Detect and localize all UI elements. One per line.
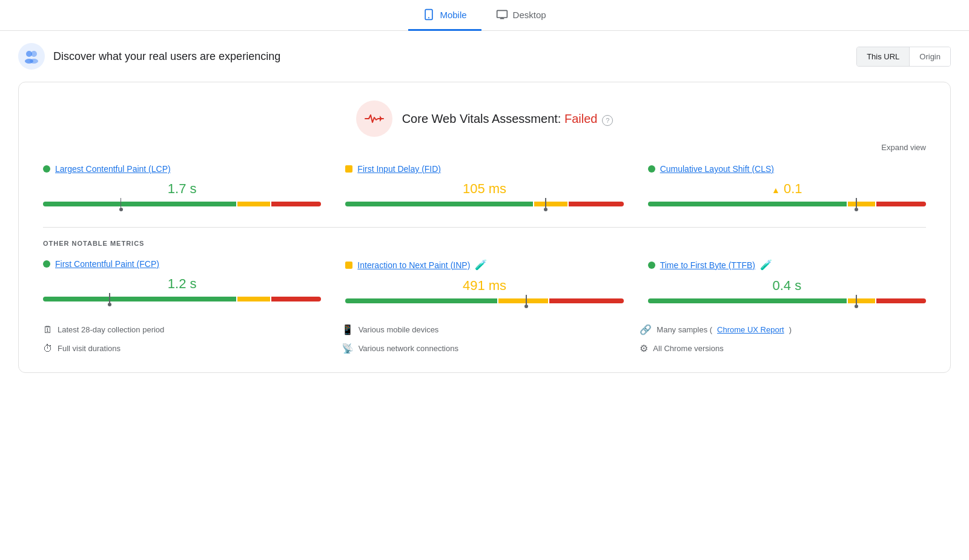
- origin-button[interactable]: Origin: [910, 47, 950, 66]
- bar-segment-inp-0: [345, 298, 497, 303]
- svg-point-7: [31, 51, 37, 57]
- footer-item-4: 📡Various network connections: [342, 343, 628, 354]
- tab-mobile-label: Mobile: [440, 10, 466, 20]
- needle-dot-cls: [855, 208, 858, 211]
- needle-fcp: [108, 293, 111, 306]
- svg-point-2: [429, 18, 430, 19]
- metric-name-fid[interactable]: First Input Delay (FID): [357, 164, 441, 174]
- progress-bar-cls: [648, 202, 926, 206]
- progress-bar-wrapper-fcp: [43, 297, 321, 301]
- cwv-status: Failed: [564, 112, 597, 125]
- needle-line-lcp: [121, 198, 122, 208]
- needle-line-fid: [545, 198, 546, 208]
- metric-fcp: First Contentful Paint (FCP)1.2 s: [43, 259, 321, 306]
- footer-item-0: 🗓Latest 28-day collection period: [43, 324, 329, 335]
- bar-segment-inp-2: [549, 298, 624, 303]
- users-icon: [23, 48, 40, 65]
- progress-bar-wrapper-ttfb: [648, 298, 926, 303]
- progress-bar-ttfb: [648, 298, 926, 303]
- bar-segment-cls-0: [648, 202, 847, 206]
- metric-name-lcp[interactable]: Largest Contentful Paint (LCP): [55, 164, 171, 174]
- expand-view[interactable]: Expand view: [43, 143, 926, 152]
- url-toggle: This URL Origin: [856, 47, 951, 67]
- cwv-icon-circle: [356, 100, 392, 137]
- bar-segment-fid-1: [534, 202, 567, 206]
- footer-item-3: ⏱Full visit durations: [43, 343, 329, 354]
- metric-dot-fcp: [43, 260, 50, 268]
- metric-name-fcp[interactable]: First Contentful Paint (FCP): [55, 259, 159, 269]
- needle-line-inp: [526, 295, 527, 305]
- bar-segment-inp-1: [498, 298, 548, 303]
- bar-segment-lcp-0: [43, 202, 236, 206]
- footer-item-2: 🔗Many samples (Chrome UX Report): [640, 324, 926, 335]
- svg-point-9: [30, 59, 38, 64]
- bar-segment-ttfb-1: [848, 298, 876, 303]
- progress-bar-wrapper-fid: [345, 202, 623, 206]
- metric-dot-lcp: [43, 165, 50, 173]
- footer-text-1: Various mobile devices: [359, 325, 439, 334]
- cwv-header: Core Web Vitals Assessment: Failed ?: [43, 100, 926, 137]
- footer-text-5: All Chrome versions: [653, 344, 723, 353]
- bar-segment-fcp-2: [271, 297, 321, 301]
- progress-bar-fcp: [43, 297, 321, 301]
- metric-name-inp[interactable]: Interaction to Next Paint (INP): [357, 260, 470, 270]
- progress-bar-wrapper-cls: [648, 202, 926, 206]
- beta-icon-ttfb: 🧪: [760, 259, 772, 271]
- cwv-title-prefix: Core Web Vitals Assessment:: [402, 112, 564, 125]
- footer-link-2[interactable]: Chrome UX Report: [717, 325, 784, 334]
- svg-marker-10: [380, 116, 382, 122]
- footer-icon-3: ⏱: [43, 343, 53, 354]
- needle-inp: [524, 295, 528, 308]
- bar-segment-fcp-1: [237, 297, 271, 301]
- metric-label-lcp: Largest Contentful Paint (LCP): [43, 164, 321, 174]
- metric-label-ttfb: Time to First Byte (TTFB) 🧪: [648, 259, 926, 271]
- cwv-title: Core Web Vitals Assessment: Failed ?: [402, 112, 613, 126]
- bar-segment-fcp-0: [43, 297, 236, 301]
- other-metrics-grid: First Contentful Paint (FCP)1.2 sInterac…: [43, 259, 926, 306]
- progress-bar-fid: [345, 202, 623, 206]
- avatar: [18, 43, 45, 70]
- metric-cls: Cumulative Layout Shift (CLS)▲ 0.1: [648, 164, 926, 209]
- bar-segment-lcp-1: [237, 202, 271, 206]
- metric-value-cls: ▲ 0.1: [648, 181, 926, 197]
- tab-desktop-label: Desktop: [513, 10, 546, 20]
- metric-dot-inp: [345, 262, 352, 269]
- footer-text-3: Full visit durations: [58, 344, 121, 353]
- bar-segment-lcp-2: [271, 202, 321, 206]
- beta-icon-inp: 🧪: [475, 259, 487, 271]
- needle-ttfb: [855, 295, 858, 308]
- metric-lcp: Largest Contentful Paint (LCP)1.7 s: [43, 164, 321, 209]
- cwv-pulse-icon: [364, 113, 385, 125]
- metric-label-fcp: First Contentful Paint (FCP): [43, 259, 321, 269]
- footer-item-5: ⚙All Chrome versions: [640, 343, 926, 354]
- progress-bar-inp: [345, 298, 623, 303]
- bar-segment-ttfb-2: [876, 298, 926, 303]
- needle-dot-fid: [544, 208, 547, 211]
- progress-bar-wrapper-lcp: [43, 202, 321, 206]
- main-card: Core Web Vitals Assessment: Failed ? Exp…: [18, 82, 951, 373]
- footer-text-0: Latest 28-day collection period: [58, 325, 164, 334]
- core-metrics-grid: Largest Contentful Paint (LCP)1.7 sFirst…: [43, 164, 926, 209]
- footer-text-4: Various network connections: [359, 344, 458, 353]
- needle-line-cls: [856, 198, 857, 208]
- cwv-help-icon[interactable]: ?: [602, 115, 613, 126]
- metric-value-ttfb: 0.4 s: [648, 278, 926, 294]
- section-divider: [43, 227, 926, 228]
- bar-segment-fid-2: [569, 202, 624, 206]
- page-header: Discover what your real users are experi…: [0, 31, 969, 82]
- needle-lcp: [119, 198, 123, 211]
- metric-name-ttfb[interactable]: Time to First Byte (TTFB): [660, 260, 755, 270]
- progress-bar-wrapper-inp: [345, 298, 623, 303]
- metric-value-fcp: 1.2 s: [43, 276, 321, 292]
- metric-value-lcp: 1.7 s: [43, 181, 321, 197]
- bar-segment-cls-2: [876, 202, 926, 206]
- metric-value-fid: 105 ms: [345, 181, 623, 197]
- this-url-button[interactable]: This URL: [857, 47, 910, 66]
- metric-name-cls[interactable]: Cumulative Layout Shift (CLS): [660, 164, 774, 174]
- tab-mobile[interactable]: Mobile: [408, 0, 481, 31]
- needle-dot-fcp: [108, 303, 111, 306]
- header-left: Discover what your real users are experi…: [18, 43, 280, 70]
- footer-item-1: 📱Various mobile devices: [342, 324, 628, 335]
- tab-desktop[interactable]: Desktop: [481, 0, 561, 31]
- mobile-icon: [423, 8, 435, 21]
